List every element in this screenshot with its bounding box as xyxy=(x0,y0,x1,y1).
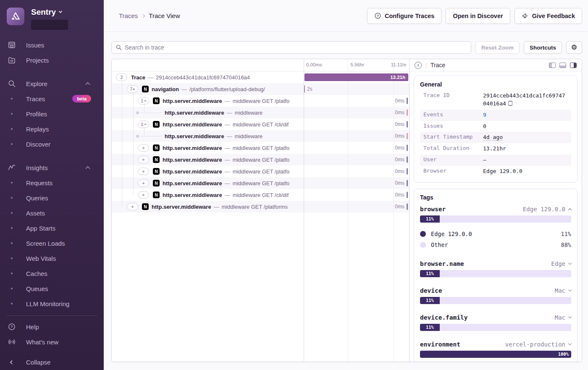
header-button-configure-traces[interactable]: ?Configure Traces xyxy=(367,8,441,24)
span-row[interactable]: 1Nhttp.server.middleware—middleware GET … xyxy=(112,118,409,130)
tag-block-device-family: device.familyMac11% xyxy=(420,314,571,331)
sidebar-item-caches[interactable]: Caches xyxy=(0,266,104,281)
svg-text:?: ? xyxy=(10,325,13,329)
span-duration-bar[interactable]: 13.21h xyxy=(304,73,408,81)
tag-legend: Edge 129.0.011%Other88% xyxy=(420,228,571,250)
span-expand-pill[interactable]: + xyxy=(127,203,138,210)
general-row: Total Duration13.21hr xyxy=(420,143,571,155)
sidebar-item-discover[interactable]: Discover xyxy=(0,136,104,152)
sidebar-item-queries[interactable]: Queries xyxy=(0,190,104,205)
span-row[interactable]: 7+Nnavigation—/platforms/flutter/upload-… xyxy=(112,83,409,95)
tag-header: deviceMac xyxy=(420,287,571,294)
settings-button[interactable]: ⚙ xyxy=(566,41,582,54)
tag-bar-fill: 11% xyxy=(420,297,440,304)
reset-zoom-button[interactable]: Reset Zoom xyxy=(475,41,520,54)
bullet-icon xyxy=(7,197,17,199)
sidebar-item-projects[interactable]: Projects xyxy=(0,52,104,68)
sidebar-item-assets[interactable]: Assets xyxy=(0,205,104,220)
span-expand-pill[interactable]: + xyxy=(138,179,149,187)
header-button-give-feedback[interactable]: Give Feedback xyxy=(514,8,582,24)
span-description: middleware xyxy=(235,133,262,139)
span-row-left: 1Nhttp.server.middleware—middleware GET … xyxy=(112,121,304,128)
copy-icon[interactable] xyxy=(508,101,512,106)
span-row[interactable]: +Nhttp.server.middleware—middleware GET … xyxy=(112,189,409,201)
span-row[interactable]: +Nhttp.server.middleware—middleware GET … xyxy=(112,142,409,154)
header-button-open-in-discover[interactable]: Open in Discover xyxy=(446,8,510,24)
sidebar-item-label: Requests xyxy=(26,179,52,186)
sidebar-item-app-starts[interactable]: App Starts xyxy=(0,220,104,236)
layout-bottom-icon[interactable] xyxy=(559,63,566,68)
sidebar-group-explore[interactable]: Explore xyxy=(0,76,104,91)
span-row[interactable]: 1Nhttp.server.middleware—middleware GET … xyxy=(112,95,409,107)
collapse-panel-icon[interactable] xyxy=(415,62,422,69)
sidebar-item-profiles[interactable]: Profiles xyxy=(0,106,104,121)
sidebar-item-what-s-new[interactable]: What's new xyxy=(0,334,104,349)
sidebar-item-screen-loads[interactable]: Screen Loads xyxy=(0,236,104,251)
general-row: Events9 xyxy=(420,110,571,121)
org-switcher[interactable]: Sentry xyxy=(31,8,68,17)
tag-distribution-bar[interactable]: 11% xyxy=(420,270,571,277)
tag-distribution-bar[interactable]: 11% xyxy=(420,297,571,304)
brand-name-label: Sentry xyxy=(31,8,56,17)
legend-row[interactable]: Other88% xyxy=(420,239,571,250)
layout-right-icon[interactable] xyxy=(570,63,577,68)
span-row[interactable]: http.server.middleware—middleware0ms xyxy=(112,130,409,142)
span-separator: — xyxy=(227,133,232,139)
sidebar-item-requests[interactable]: Requests xyxy=(0,175,104,190)
duration-label: 0ms xyxy=(395,98,404,104)
sidebar-collapse-button[interactable]: Collapse xyxy=(0,354,104,370)
tag-value-dropdown[interactable]: Mac xyxy=(555,287,571,294)
sidebar-item-help[interactable]: ?Help xyxy=(0,319,104,334)
duration-label: 0ms xyxy=(395,168,404,174)
sidebar-item-traces[interactable]: Tracesbeta xyxy=(0,91,104,106)
span-op: http.server.middleware xyxy=(165,133,224,139)
sidebar-item-label: Traces xyxy=(26,95,45,102)
shortcuts-button[interactable]: Shortcuts xyxy=(524,41,562,54)
span-description: 2914cceb443c41dca1fc6974704016a4 xyxy=(156,74,250,81)
span-expand-pill[interactable]: + xyxy=(138,144,149,152)
sidebar-group-insights[interactable]: Insights xyxy=(0,160,104,175)
tag-distribution-bar[interactable]: 100% xyxy=(420,351,571,358)
tag-value-dropdown[interactable]: Edge xyxy=(551,260,571,267)
span-expand-pill[interactable]: + xyxy=(138,191,149,199)
span-expand-pill[interactable]: 1 xyxy=(138,97,149,105)
breadcrumb-traces-link[interactable]: Traces xyxy=(119,12,138,19)
sidebar-item-issues[interactable]: Issues xyxy=(0,37,104,52)
general-value: — xyxy=(483,156,568,164)
layout-left-icon[interactable] xyxy=(549,63,556,68)
legend-row[interactable]: Edge 129.0.011% xyxy=(420,228,571,239)
details-scroll-area[interactable]: General Trace ID2914cceb443c41dca1fc6974… xyxy=(410,71,582,362)
tag-bar-percent: 11% xyxy=(426,216,434,221)
span-row[interactable]: +Nhttp.server.middleware—middleware GET … xyxy=(112,177,409,189)
tag-value-dropdown[interactable]: Mac xyxy=(555,314,571,321)
sidebar-item-label: Projects xyxy=(26,57,49,64)
tag-distribution-bar[interactable]: 11% xyxy=(420,215,571,223)
sidebar-item-llm-monitoring[interactable]: LLM Monitoring xyxy=(0,296,104,311)
tag-bar-percent: 11% xyxy=(426,271,434,276)
span-row[interactable]: +Nhttp.server.middleware—middleware GET … xyxy=(112,201,409,213)
span-duration-cell: 0ms xyxy=(304,142,409,154)
sidebar-item-label: Caches xyxy=(26,270,47,277)
sidebar-item-label: Help xyxy=(26,323,39,331)
span-row[interactable]: 2Trace—2914cceb443c41dca1fc6974704016a41… xyxy=(112,71,409,83)
span-end-tick xyxy=(407,204,408,210)
span-expand-pill[interactable]: + xyxy=(138,156,149,163)
span-expand-pill[interactable]: 7+ xyxy=(127,85,138,93)
sidebar-item-web-vitals[interactable]: Web Vitals xyxy=(0,251,104,266)
sentry-logo-icon[interactable] xyxy=(7,8,24,25)
general-value[interactable]: 9 xyxy=(483,111,568,119)
search-input[interactable] xyxy=(125,44,467,51)
span-expand-pill[interactable]: + xyxy=(138,168,149,175)
sidebar-item-queues[interactable]: Queues xyxy=(0,281,104,296)
span-row[interactable]: +Nhttp.server.middleware—middleware GET … xyxy=(112,165,409,177)
span-row[interactable]: http.server.middleware—middleware0ms xyxy=(112,107,409,118)
tag-value-dropdown[interactable]: vercel-production xyxy=(505,341,571,348)
span-row[interactable]: +Nhttp.server.middleware—middleware GET … xyxy=(112,154,409,165)
general-value: Edge 129.0.0 xyxy=(483,168,568,176)
sidebar-item-replays[interactable]: Replays xyxy=(0,121,104,136)
span-expand-pill[interactable]: 1 xyxy=(138,121,149,128)
bullet-icon xyxy=(7,113,17,115)
tag-distribution-bar[interactable]: 11% xyxy=(420,324,571,331)
span-expand-pill[interactable]: 2 xyxy=(116,73,127,81)
tag-value-dropdown[interactable]: Edge 129.0.0 xyxy=(523,206,571,213)
